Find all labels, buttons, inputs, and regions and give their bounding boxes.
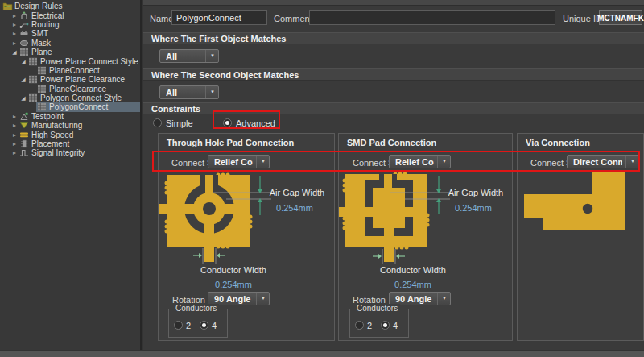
tree-item-routing[interactable]: ▸Routing xyxy=(0,20,140,29)
tree-item-label: PlaneClearance xyxy=(48,85,106,93)
smt-icon xyxy=(19,29,31,38)
chevron-down-icon: ▼ xyxy=(205,86,215,98)
highspeed-icon xyxy=(19,131,31,139)
tree-item-high-speed[interactable]: ▸High Speed xyxy=(0,130,140,139)
conductors-2-radio[interactable] xyxy=(174,321,183,330)
expand-arrow-icon[interactable]: ▸ xyxy=(10,112,19,121)
simple-radio-label: Simple xyxy=(166,118,193,128)
tree-item-testpoint[interactable]: ▸Testpoint xyxy=(0,112,140,121)
tree-item-label: Polygon Connect Style xyxy=(39,93,122,102)
conductors-label: Conductors xyxy=(354,304,400,313)
via-direct-connect-diagram xyxy=(518,172,643,268)
tree-item-power-plane-connect-style[interactable]: ◢Power Plane Connect Style xyxy=(0,56,140,65)
expand-arrow-icon[interactable]: ◢ xyxy=(19,75,27,84)
unique-id-field[interactable]: MCTNAMFK xyxy=(599,10,642,25)
tree-item-manufacturing[interactable]: ▸Manufacturing xyxy=(0,121,140,130)
air-gap-label: Air Gap Width xyxy=(448,188,503,197)
conductors-4-label: 4 xyxy=(393,321,398,330)
simple-radio[interactable] xyxy=(153,118,162,127)
conductors-4-radio[interactable] xyxy=(200,321,208,330)
manufacturing-icon xyxy=(19,121,31,130)
tree-item-electrical[interactable]: ▸Electrical xyxy=(0,10,140,19)
placement-icon xyxy=(19,139,31,148)
testpoint-icon xyxy=(19,112,31,121)
conductor-width-label: Conductor Width xyxy=(200,265,266,275)
smd-conductors-group: Conductors 2 4 xyxy=(349,309,409,338)
second-match-value: All xyxy=(166,88,202,98)
conductor-width-label: Conductor Width xyxy=(380,265,446,275)
tree-item-label: PlaneConnect xyxy=(48,66,100,75)
expand-arrow-icon[interactable]: ▸ xyxy=(10,139,19,148)
first-match-header: Where The First Object Matches xyxy=(143,32,644,44)
tree-item-label: Testpoint xyxy=(31,112,64,121)
conductors-4-label: 4 xyxy=(212,321,217,330)
second-match-dropdown[interactable]: All ▼ xyxy=(159,85,219,99)
comment-input[interactable] xyxy=(309,10,555,25)
tree-item-label: Power Plane Connect Style xyxy=(39,57,138,66)
air-gap-label: Air Gap Width xyxy=(270,188,324,197)
rule-grid-icon xyxy=(28,93,39,102)
air-gap-value: 0.254mm xyxy=(276,203,313,213)
tree-item-signal-integrity[interactable]: ▸Signal Integrity xyxy=(0,148,140,157)
dialog-bottom-strip xyxy=(0,351,644,357)
rule-grid-icon xyxy=(37,102,48,111)
tree-item-placement[interactable]: ▸Placement xyxy=(0,139,140,148)
tree-item-smt[interactable]: ▸SMT xyxy=(0,29,140,38)
expand-arrow-icon[interactable]: ◢ xyxy=(10,48,19,56)
chevron-down-icon: ▼ xyxy=(205,50,215,62)
mask-icon xyxy=(19,39,31,48)
panel-top-bar xyxy=(143,0,644,6)
conductor-width-value: 0.254mm xyxy=(215,280,252,289)
tree-item-label: Signal Integrity xyxy=(31,148,85,157)
chevron-down-icon: ▼ xyxy=(256,293,266,305)
conductors-2-label: 2 xyxy=(186,321,191,330)
rule-grid-icon xyxy=(28,75,39,84)
tree-item-design-rules[interactable]: Design Rules xyxy=(0,2,140,10)
tree-item-polygonconnect[interactable]: PolygonConnect xyxy=(0,102,140,111)
tree-item-power-plane-clearance[interactable]: ◢Power Plane Clearance xyxy=(0,75,140,84)
first-match-dropdown[interactable]: All ▼ xyxy=(159,49,219,63)
expand-arrow-icon[interactable]: ▸ xyxy=(10,20,19,29)
tree-item-label: Plane xyxy=(31,48,52,56)
folder-icon xyxy=(2,2,14,10)
air-gap-value: 0.254mm xyxy=(455,203,492,213)
through-hole-card-title: Through Hole Pad Connection xyxy=(167,138,294,147)
tree-item-polygon-connect-style[interactable]: ◢Polygon Connect Style xyxy=(0,93,140,102)
electrical-icon xyxy=(19,11,31,20)
name-input[interactable] xyxy=(171,10,267,25)
tree-item-planeclearance[interactable]: PlaneClearance xyxy=(0,85,140,93)
expand-arrow-icon[interactable]: ▸ xyxy=(10,29,19,38)
conductors-2-radio[interactable] xyxy=(355,321,364,330)
expand-arrow-icon[interactable]: ◢ xyxy=(19,57,27,66)
tree-item-label: PolygonConnect xyxy=(48,102,108,111)
through-hole-conductors-group: Conductors 2 4 xyxy=(168,309,228,338)
via-card-title: Via Connection xyxy=(526,138,590,147)
expand-arrow-icon[interactable]: ▸ xyxy=(10,148,19,157)
tree-item-label: Manufacturing xyxy=(31,121,82,130)
expand-arrow-icon[interactable]: ▸ xyxy=(10,131,19,139)
name-label: Name xyxy=(150,14,173,23)
conductors-2-label: 2 xyxy=(367,321,372,330)
expand-arrow-icon[interactable]: ▸ xyxy=(10,11,19,20)
rule-editor-panel: Name Comment Unique ID MCTNAMFK Where Th… xyxy=(143,0,644,350)
tree-item-label: SMT xyxy=(31,29,48,38)
tree-item-label: Design Rules xyxy=(14,2,62,10)
tree-item-planeconnect[interactable]: PlaneConnect xyxy=(0,66,140,75)
advanced-highlight-box xyxy=(213,110,280,129)
expand-arrow-icon[interactable]: ◢ xyxy=(19,93,27,102)
conductors-4-radio[interactable] xyxy=(381,321,390,330)
comment-label: Comment xyxy=(274,14,312,23)
tree-item-plane[interactable]: ◢Plane xyxy=(0,48,140,56)
routing-icon xyxy=(19,20,31,29)
through-hole-relief-diagram: Air Gap Width 0.254mm Conductor Width 0.… xyxy=(159,172,334,290)
first-match-value: All xyxy=(166,52,202,61)
smd-relief-diagram: Air Gap Width 0.254mm Conductor Width 0.… xyxy=(339,172,512,290)
tree-item-label: Electrical xyxy=(31,11,64,20)
signal-integrity-icon xyxy=(19,148,31,157)
rule-grid-icon xyxy=(28,57,39,66)
tree-item-mask[interactable]: ▸Mask xyxy=(0,39,140,48)
tree-item-label: Mask xyxy=(31,39,51,48)
design-rules-dialog: Design Rules▸Electrical▸Routing▸SMT▸Mask… xyxy=(0,0,644,357)
expand-arrow-icon[interactable]: ▸ xyxy=(10,121,19,130)
expand-arrow-icon[interactable]: ▸ xyxy=(10,39,19,48)
